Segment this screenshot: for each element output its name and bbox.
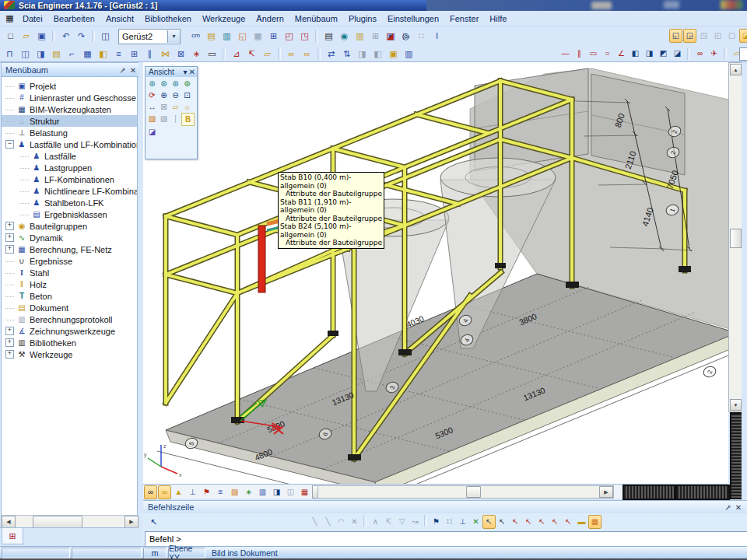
rib-button[interactable]: ◧ bbox=[96, 47, 110, 61]
status-unit[interactable]: m bbox=[143, 548, 167, 558]
view-corner-2-button[interactable]: ◨ bbox=[643, 47, 656, 61]
shell-button[interactable]: ▦ bbox=[80, 47, 95, 61]
snap-cursor-2-button[interactable]: ↖ bbox=[496, 515, 509, 529]
glasses-view-button[interactable]: ∞ bbox=[284, 47, 299, 61]
menu-datei[interactable]: Datei bbox=[17, 14, 48, 23]
tree-item-bibliotheken[interactable]: ▥Bibliotheken bbox=[2, 337, 137, 348]
command-input[interactable] bbox=[145, 531, 747, 548]
tree-item-lastfaelle[interactable]: ♟Lastfälle bbox=[2, 150, 137, 162]
view-corner-4-button[interactable]: ◪ bbox=[671, 47, 684, 61]
expand-icon[interactable] bbox=[5, 327, 14, 335]
curve-edit-button[interactable]: ↝ bbox=[409, 515, 422, 529]
tree-item-lastgruppen[interactable]: ♟Lastgruppen bbox=[2, 162, 137, 173]
scroll-left-icon[interactable]: ◀ bbox=[2, 516, 16, 528]
render-rings-1-button[interactable]: ∞ bbox=[144, 485, 157, 499]
view-b-button[interactable]: ◫ bbox=[284, 485, 297, 499]
image-color-button[interactable]: ▨ bbox=[146, 113, 158, 124]
truss-button[interactable]: ⋈ bbox=[158, 47, 173, 61]
tree-item-dynamik[interactable]: ∿Dynamik bbox=[2, 232, 137, 243]
pin-icon[interactable]: ⊸ bbox=[117, 66, 128, 75]
tree-item-struktur[interactable]: ⌂Struktur bbox=[2, 115, 137, 127]
menu-bibliotheken[interactable]: Bibliotheken bbox=[139, 14, 197, 23]
clipboard-button[interactable]: ▦ bbox=[251, 29, 265, 43]
hinge-button[interactable]: ∗ bbox=[189, 47, 204, 61]
zoom-all-button[interactable]: ↔ bbox=[146, 101, 158, 113]
activity-button[interactable]: ⊞ bbox=[266, 29, 281, 43]
bim-tools-button[interactable]: ▥ bbox=[402, 47, 416, 61]
cursor-flag-button[interactable]: ⚑ bbox=[430, 515, 443, 529]
snap-dot-grid-button[interactable]: ∷ bbox=[443, 515, 456, 529]
render-rings-2-button[interactable]: ∞ bbox=[158, 485, 171, 499]
expand-icon[interactable] bbox=[5, 245, 14, 254]
move-vertex-button[interactable]: ↸ bbox=[382, 515, 395, 529]
zoom-in-button[interactable]: ⊕ bbox=[158, 89, 170, 101]
view-a-button[interactable]: ◨ bbox=[270, 485, 283, 499]
pin-icon[interactable]: ⊸ bbox=[722, 503, 733, 512]
snap-perpendicular-button[interactable]: ⊥ bbox=[456, 515, 469, 529]
image-gray-button[interactable]: ▨ bbox=[158, 113, 170, 124]
viewport-3d-scene[interactable]: 800 2110 4140 7050 4030 3800 13130 5300 … bbox=[143, 62, 728, 484]
print-button[interactable]: ▤ bbox=[321, 29, 336, 43]
snap-cursor-6-button[interactable]: ↖ bbox=[549, 515, 562, 529]
vertex-button[interactable]: ∧ bbox=[369, 515, 382, 529]
tree-item-linienraster[interactable]: #Linienraster und Geschosse bbox=[2, 92, 137, 103]
angle-draw-button[interactable]: ∠ bbox=[615, 47, 628, 61]
catalog-button[interactable]: ▥ bbox=[219, 29, 234, 43]
table-view-button[interactable]: ▦ bbox=[298, 485, 311, 499]
node-grid-button[interactable]: ⊞ bbox=[127, 47, 142, 61]
viewport-horizontal-scrollbar[interactable]: ▶ bbox=[317, 485, 614, 499]
view-xy-button[interactable]: ⊛ bbox=[146, 78, 158, 89]
scrollbar-thumb[interactable] bbox=[33, 516, 82, 528]
support-line-button[interactable]: ▭ bbox=[205, 47, 219, 61]
supports-button[interactable]: ≡ bbox=[214, 485, 227, 499]
scrollbar-thumb[interactable] bbox=[730, 229, 742, 248]
bend-member-button[interactable]: ⊿ bbox=[229, 47, 244, 61]
tree-item-berechnungsprotokoll[interactable]: ▥Berechnungsprotokoll bbox=[2, 313, 137, 325]
save-button[interactable]: ▣ bbox=[34, 29, 49, 43]
perspective-button[interactable]: ◪ bbox=[146, 126, 158, 138]
tree-item-nichtlineare-lf[interactable]: ♟Nichtlineare LF-Kombinatio bbox=[2, 185, 137, 197]
menu-plugins[interactable]: Plugins bbox=[343, 14, 382, 23]
tree-item-beton[interactable]: TBeton bbox=[2, 290, 137, 302]
new-button[interactable]: □ bbox=[3, 29, 18, 43]
menu-einstellungen[interactable]: Einstellungen bbox=[382, 14, 444, 23]
snap-cursor-selected-button[interactable]: ↖ bbox=[482, 515, 496, 529]
scroll-down-icon[interactable]: ▼ bbox=[730, 399, 742, 411]
project-combobox[interactable]: Gerüst2 ▾ bbox=[118, 29, 181, 44]
menu-fenster[interactable]: Fenster bbox=[444, 14, 484, 23]
snap-cursor-7-button[interactable]: ↖ bbox=[562, 515, 575, 529]
polygon-edit-button[interactable]: ▽ bbox=[395, 515, 409, 529]
render-mode-button[interactable]: ▨ bbox=[228, 485, 241, 499]
render-glasses-button[interactable]: ∞ bbox=[693, 47, 707, 61]
disconnect-members-button[interactable]: ⇅ bbox=[339, 47, 354, 61]
draw-line-button[interactable]: ╲ bbox=[308, 515, 321, 529]
visibility-folder-button[interactable]: ▱ bbox=[170, 101, 181, 113]
draw-polyline-button[interactable]: ╲ bbox=[321, 515, 335, 529]
tree-item-berechnung-fe-netz[interactable]: ▦Berechnung, FE-Netz bbox=[2, 243, 137, 255]
view-xz-button[interactable]: ⊛ bbox=[158, 78, 170, 89]
tree-item-stahl[interactable]: IStahl bbox=[2, 267, 137, 278]
tree-item-zeichnungswerkzeuge[interactable]: ∡Zeichnungswerkzeuge bbox=[2, 325, 137, 337]
window-layout-2-button[interactable]: ◲ bbox=[683, 29, 696, 43]
cross-link-button[interactable]: ⊠ bbox=[174, 47, 188, 61]
delete-button[interactable]: ✕ bbox=[348, 515, 361, 529]
plate-button[interactable]: ◨ bbox=[33, 47, 48, 61]
scroll-right-icon[interactable]: ▶ bbox=[124, 516, 139, 528]
haunch-button[interactable]: ≡ bbox=[111, 47, 126, 61]
undo-button[interactable]: ↶ bbox=[58, 29, 73, 43]
column-button[interactable]: ◫ bbox=[18, 47, 33, 61]
ansicht-palette[interactable]: Ansicht ▾ ✕ ⊛ ⊛ ⊛ ⊛ ⟳ ⊕ ⊖ ⊡ ↔ ⊠ ▱ ☼ ▨ ▨ … bbox=[145, 66, 198, 159]
snap-cursor-4-button[interactable]: ↖ bbox=[522, 515, 535, 529]
dot-grid-button[interactable]: ∷ bbox=[414, 29, 429, 43]
redo-button[interactable]: ↷ bbox=[74, 29, 89, 43]
scroll-right-icon[interactable]: ▶ bbox=[599, 486, 613, 498]
status-plane[interactable]: Ebene XY bbox=[168, 548, 205, 558]
menu-ansicht[interactable]: Ansicht bbox=[100, 14, 139, 23]
move-node-button[interactable]: ↸ bbox=[244, 47, 259, 61]
table-edit-button[interactable]: ◰ bbox=[282, 29, 296, 43]
ruler-button[interactable]: ▬ bbox=[575, 515, 588, 529]
polyline-button[interactable]: ▱ bbox=[260, 47, 275, 61]
expand-icon[interactable] bbox=[5, 222, 14, 230]
expand-icon[interactable] bbox=[5, 338, 14, 347]
tree-item-ergebnisse[interactable]: ∪Ergebnisse bbox=[2, 255, 137, 267]
